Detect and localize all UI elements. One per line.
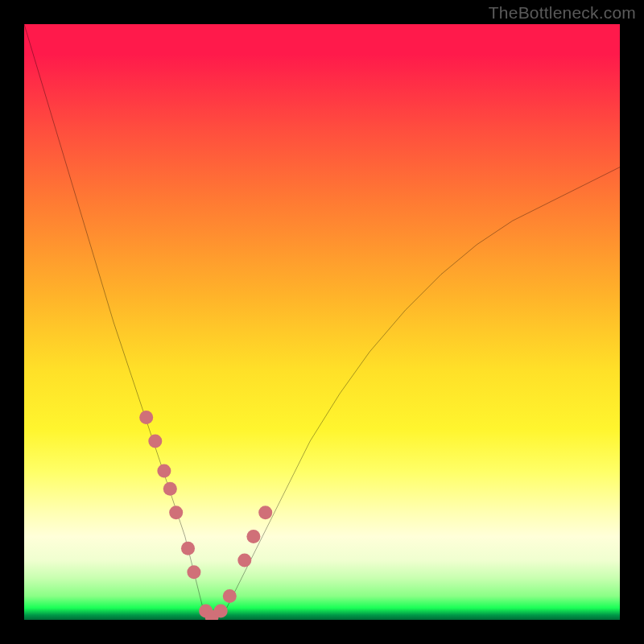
marker-dot [258, 506, 272, 519]
marker-dot [246, 530, 260, 543]
marker-dot [187, 565, 200, 579]
marker-dot [237, 553, 251, 567]
chart-frame: TheBottleneck.com [0, 0, 644, 644]
marker-dot [139, 411, 153, 424]
marker-dot [163, 482, 177, 496]
marker-dot [157, 464, 171, 477]
plot-area [24, 24, 620, 620]
bottleneck-curve [24, 24, 620, 620]
marker-dot [148, 434, 162, 448]
curve-layer [24, 24, 620, 620]
marker-dot [169, 506, 183, 519]
marker-dot [181, 542, 195, 555]
watermark-text: TheBottleneck.com [489, 3, 636, 23]
marker-group [139, 411, 272, 620]
marker-dot [214, 604, 228, 617]
marker-dot [223, 589, 237, 603]
